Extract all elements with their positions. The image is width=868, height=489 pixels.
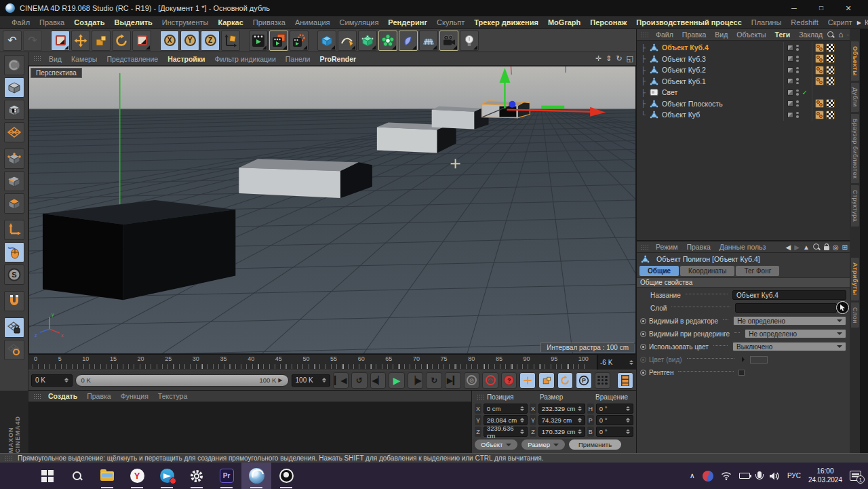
vp-menu-options[interactable]: Настройки <box>163 55 209 63</box>
color-swatch[interactable] <box>750 356 768 364</box>
play-button[interactable]: ▶ <box>389 372 405 389</box>
mat-menu-create[interactable]: Создать <box>43 392 82 400</box>
panel-handle-icon[interactable] <box>641 244 649 250</box>
visible-render-dropdown[interactable]: Не определено <box>745 329 846 338</box>
start-button[interactable] <box>33 463 62 489</box>
goto-end-button[interactable]: ▶▎ <box>445 372 461 389</box>
add-cube-button[interactable] <box>317 31 336 51</box>
editor-render-dots[interactable] <box>796 90 799 96</box>
yandex-browser-button[interactable]: Y <box>122 463 152 489</box>
texture-tag-icon[interactable] <box>826 99 835 108</box>
minimize-button[interactable]: ─ <box>789 4 799 13</box>
coordinate-system-button[interactable] <box>221 31 240 51</box>
menu-file[interactable]: Файл <box>7 18 35 26</box>
phong-tag-icon[interactable] <box>815 66 824 75</box>
end-frame-field[interactable]: 100 K <box>292 374 330 387</box>
phong-tag-icon[interactable] <box>815 43 824 52</box>
floor-button[interactable] <box>419 31 438 51</box>
am-menu-edit[interactable]: Правка <box>682 243 714 251</box>
close-button[interactable]: ✕ <box>844 4 853 13</box>
magnet-button[interactable] <box>4 291 24 311</box>
visible-editor-dropdown[interactable]: Не определено <box>733 316 846 326</box>
coords-mode-dropdown[interactable]: Объект <box>475 439 517 450</box>
editor-render-dots[interactable] <box>796 100 799 106</box>
language-indicator[interactable]: РУС <box>787 472 801 480</box>
zoom-icon[interactable]: ⇕ <box>606 54 612 63</box>
play-backwards-button[interactable]: ↺ <box>351 372 368 389</box>
om-menu-tags[interactable]: Теги <box>771 31 795 39</box>
menu-render[interactable]: Рендеринг <box>383 18 432 26</box>
workplane-mode-button[interactable] <box>4 340 24 360</box>
editor-render-dots[interactable] <box>796 78 799 84</box>
am-menu-userdata[interactable]: Данные польз <box>715 243 770 251</box>
microphone-icon[interactable] <box>757 471 762 478</box>
texture-tag-icon[interactable] <box>826 111 835 119</box>
selection-tool-button[interactable] <box>132 31 151 51</box>
make-editable-button[interactable] <box>4 55 24 75</box>
menu-animate[interactable]: Анимация <box>290 18 335 26</box>
menu-pipeline[interactable]: Производственный процесс <box>631 18 746 26</box>
lock-x-button[interactable]: X <box>160 31 179 51</box>
menu-character[interactable]: Персонаж <box>585 18 631 26</box>
mograph-button[interactable] <box>378 31 397 51</box>
size-x-field[interactable]: 232.329 cm <box>538 404 585 414</box>
up-icon[interactable]: ▲ <box>803 243 810 251</box>
subdivision-surface-button[interactable] <box>358 31 377 51</box>
lock-y-button[interactable]: Y <box>180 31 199 51</box>
model-mode-button[interactable] <box>4 77 24 98</box>
enabled-check-icon[interactable]: ✓ <box>802 89 808 96</box>
visibility-toggle[interactable] <box>787 56 793 62</box>
telegram-button[interactable] <box>152 463 182 489</box>
explorer-button[interactable] <box>92 463 122 489</box>
editor-render-dots[interactable] <box>796 112 799 118</box>
key-rotation-button[interactable] <box>557 372 574 389</box>
panel-handle-icon[interactable] <box>477 394 485 400</box>
lock-icon[interactable] <box>824 246 829 250</box>
axis-mode-button[interactable] <box>4 220 24 240</box>
menu-edit[interactable]: Правка <box>35 18 69 26</box>
menu-mesh[interactable]: Каркас <box>213 18 248 26</box>
menu-motion-tracker[interactable]: Трекер движения <box>469 18 543 26</box>
menu-plugins[interactable]: Плагины <box>747 18 787 26</box>
target-icon[interactable]: ◎ <box>833 243 839 251</box>
texture-tag-icon[interactable] <box>826 77 835 85</box>
obs-button[interactable] <box>271 463 301 489</box>
menu-simulate[interactable]: Симуляция <box>335 18 384 26</box>
deformer-button[interactable] <box>399 31 418 51</box>
anim-record-dot[interactable] <box>640 370 646 376</box>
texture-tag-icon[interactable] <box>826 43 835 52</box>
editor-render-dots[interactable] <box>796 45 799 51</box>
keyframe-bar-button[interactable] <box>617 372 633 389</box>
use-color-dropdown[interactable]: Выключено <box>732 342 846 351</box>
menu-tools[interactable]: Инструменты <box>157 18 214 26</box>
battery-icon[interactable] <box>739 473 750 479</box>
mat-menu-texture[interactable]: Текстура <box>153 392 192 400</box>
editor-render-dots[interactable] <box>796 67 799 73</box>
texture-mode-button[interactable] <box>4 100 24 120</box>
tab-objects[interactable]: Объекты <box>851 41 859 81</box>
toggle-view-icon[interactable]: ◱ <box>627 54 633 63</box>
object-row-plane[interactable]: ├ Объект Плоскость <box>637 98 850 110</box>
vp-menu-view[interactable]: Вид <box>45 55 66 63</box>
live-selection-button[interactable] <box>51 31 70 51</box>
texture-tag-icon[interactable] <box>826 66 835 75</box>
vp-menu-cameras[interactable]: Камеры <box>67 55 101 63</box>
redo-button[interactable]: ↷ <box>23 31 42 51</box>
vp-menu-panels[interactable]: Панели <box>281 55 315 63</box>
layer-combo[interactable] <box>735 303 837 313</box>
search-icon[interactable] <box>827 31 835 39</box>
record-button[interactable]: ◠ <box>482 372 498 389</box>
goto-start-button[interactable]: ▎◀ <box>333 372 349 389</box>
object-row-cube3[interactable]: ├ Объект Куб.3 <box>637 54 850 65</box>
anim-record-dot[interactable] <box>640 318 646 324</box>
phong-tag-icon[interactable] <box>815 111 824 119</box>
rotate-view-icon[interactable]: ↻ <box>616 54 622 63</box>
menu-sculpt[interactable]: Скульпт <box>432 18 469 26</box>
visibility-toggle[interactable] <box>787 100 793 106</box>
object-row-cube1[interactable]: ├ Объект Куб.1 <box>637 76 850 87</box>
pos-z-field[interactable]: 3239.636 cm <box>484 427 528 437</box>
panel-handle-icon[interactable] <box>33 393 41 399</box>
key-parameter-button[interactable]: P <box>576 372 592 389</box>
render-settings-button[interactable] <box>290 31 309 51</box>
add-panel-icon[interactable]: ⊞ <box>842 243 848 251</box>
